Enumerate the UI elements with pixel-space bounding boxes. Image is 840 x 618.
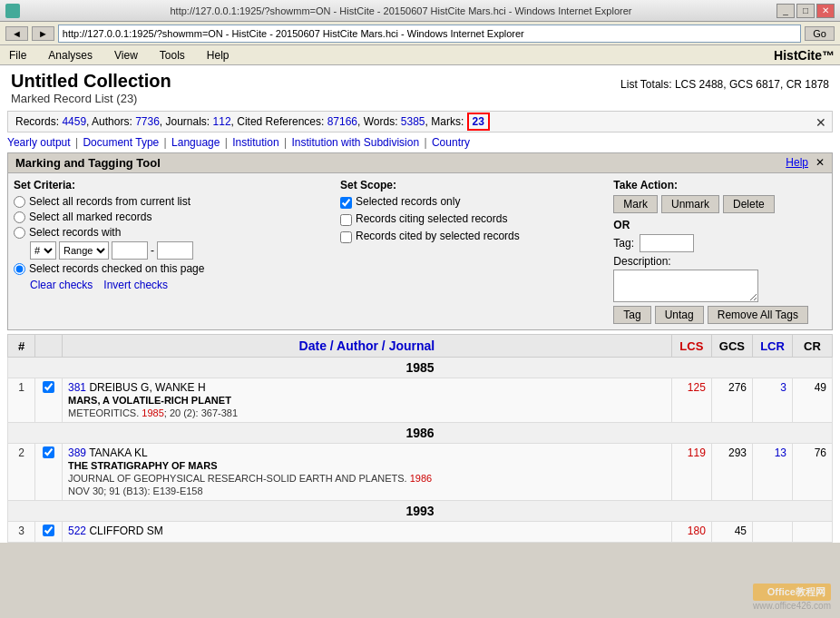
row-content-1: 381 DREIBUS G, WANKE H MARS, A VOLATILE-… (63, 378, 672, 423)
criteria-radio-2[interactable] (14, 227, 25, 239)
record-id-522[interactable]: 522 (68, 525, 86, 537)
back-button[interactable]: ◄ (5, 26, 28, 41)
menu-tools[interactable]: Tools (156, 47, 189, 64)
maximize-button[interactable]: □ (796, 4, 815, 18)
criteria-label: Set Criteria: (14, 179, 333, 191)
action-buttons: Mark Unmark Delete (613, 195, 826, 213)
remove-all-tags-button[interactable]: Remove All Tags (708, 306, 808, 324)
address-bar: ◄ ► Go (0, 22, 840, 45)
row-num-3: 3 (8, 522, 35, 543)
criteria-links: Clear checks Invert checks (30, 279, 317, 291)
table-row: 2 389 TANAKA KL THE STRATIGRAPHY OF MARS… (8, 444, 833, 501)
criteria-text-1: Select all marked records (29, 211, 151, 223)
nav-doctype[interactable]: Document Type (83, 136, 159, 149)
menu-help[interactable]: Help (203, 47, 233, 64)
tag-input[interactable] (640, 234, 694, 252)
record-id-381[interactable]: 381 (68, 381, 86, 394)
scope-label: Set Scope: (340, 179, 606, 191)
scope-checkbox-0[interactable] (340, 197, 352, 209)
criteria-range-end[interactable] (157, 241, 193, 260)
scope-text-2: Records cited by selected records (356, 230, 520, 242)
row-check-3 (35, 522, 63, 543)
criteria-text-2: Select records with (29, 226, 121, 239)
authors-label: Authors: (92, 115, 132, 128)
row-checkbox-1[interactable] (43, 381, 54, 393)
tag-row: Tag: (613, 234, 826, 252)
untag-button[interactable]: Untag (655, 306, 704, 324)
nav-institution[interactable]: Institution (232, 136, 278, 149)
page-title: Untitled Collection (11, 71, 171, 92)
year-label-1986: 1986 (8, 423, 833, 444)
row-content-2: 389 TANAKA KL THE STRATIGRAPHY OF MARS J… (63, 444, 672, 501)
row-gcs-2: 293 (711, 444, 752, 501)
nav-institution-sub[interactable]: Institution with Subdivision (291, 136, 419, 149)
mark-button[interactable]: Mark (613, 195, 658, 213)
record-id-389[interactable]: 389 (68, 446, 86, 459)
row-lcr-2: 13 (753, 444, 793, 501)
menu-bar: File Analyses View Tools Help HistCite™ (0, 45, 840, 65)
row-num-1: 1 (8, 378, 35, 423)
marking-tool-body: Set Criteria: Select all records from cu… (8, 173, 832, 329)
delete-button[interactable]: Delete (723, 195, 775, 213)
row-num-2: 2 (8, 444, 35, 501)
records-link[interactable]: 4459 (62, 115, 86, 128)
col-lcs: LCS (671, 335, 711, 358)
menu-file[interactable]: File (5, 47, 30, 64)
nav-language[interactable]: Language (171, 136, 220, 149)
col-cr: CR (793, 335, 833, 358)
record-author-2: TANAKA KL (89, 446, 147, 459)
criteria-range-select[interactable]: Range (59, 241, 109, 260)
year-row-1986: 1986 (8, 423, 833, 444)
row-checkbox-3[interactable] (43, 525, 54, 536)
scope-option-2: Records cited by selected records (340, 230, 606, 243)
scope-checkbox-1[interactable] (340, 214, 352, 226)
criteria-radio-3[interactable] (14, 263, 25, 275)
criteria-radio-1[interactable] (14, 211, 25, 223)
unmark-button[interactable]: Unmark (661, 195, 719, 213)
address-input[interactable] (58, 25, 802, 43)
record-year-1985-1[interactable]: 1985 (142, 407, 163, 418)
marking-tool-help[interactable]: Help (786, 156, 808, 170)
records-label: Records: (15, 115, 59, 128)
row-checkbox-2[interactable] (43, 446, 54, 458)
action-section: Take Action: Mark Unmark Delete OR Tag: … (613, 179, 826, 324)
menu-view[interactable]: View (111, 47, 142, 64)
authors-link[interactable]: 7736 (135, 115, 160, 128)
description-input[interactable] (613, 270, 758, 302)
criteria-range-start[interactable] (112, 241, 148, 260)
clear-checks-link[interactable]: Clear checks (30, 279, 93, 291)
marks-label: Marks: (431, 115, 464, 128)
row-cr-2: 76 (793, 444, 833, 501)
col-lcr: LCR (753, 335, 793, 358)
year-row-1985: 1985 (8, 358, 833, 378)
table-row: 1 381 DREIBUS G, WANKE H MARS, A VOLATIL… (8, 378, 833, 423)
nav-country[interactable]: Country (432, 136, 470, 149)
scope-checkbox-2[interactable] (340, 231, 352, 243)
minimize-button[interactable]: _ (777, 4, 795, 18)
record-title-1: MARS, A VOLATILE-RICH PLANET (68, 395, 231, 406)
window-controls: _ □ ✕ (777, 4, 835, 18)
marking-tool-close[interactable]: ✕ (816, 156, 825, 170)
marking-tool: Marking and Tagging Tool Help ✕ Set Crit… (7, 152, 833, 330)
journals-link[interactable]: 112 (213, 115, 231, 128)
criteria-radio-0[interactable] (14, 196, 25, 208)
tag-button[interactable]: Tag (613, 306, 650, 324)
criteria-option-0: Select all records from current list (14, 195, 333, 208)
words-link[interactable]: 5385 (401, 115, 425, 128)
or-label: OR (613, 219, 826, 231)
action-label: Take Action: (613, 179, 826, 191)
go-button[interactable]: Go (805, 26, 835, 41)
forward-button[interactable]: ► (32, 26, 54, 41)
main-content: Untitled Collection Marked Record List (… (0, 65, 840, 543)
invert-checks-link[interactable]: Invert checks (103, 279, 168, 291)
menu-analyses[interactable]: Analyses (44, 47, 96, 64)
close-button[interactable]: ✕ (816, 4, 835, 18)
nav-yearly[interactable]: Yearly output (7, 136, 71, 149)
cited-link[interactable]: 87166 (327, 115, 357, 128)
criteria-field-select[interactable]: # (30, 241, 56, 260)
record-year-1986-2[interactable]: 1986 (410, 473, 432, 484)
stats-close-button[interactable]: ✕ (816, 115, 826, 130)
scope-option-1: Records citing selected records (340, 212, 606, 226)
record-author-1: DREIBUS G, WANKE H (89, 381, 205, 394)
stats-bar: Records: 4459, Authors: 7736, Journals: … (7, 111, 833, 132)
